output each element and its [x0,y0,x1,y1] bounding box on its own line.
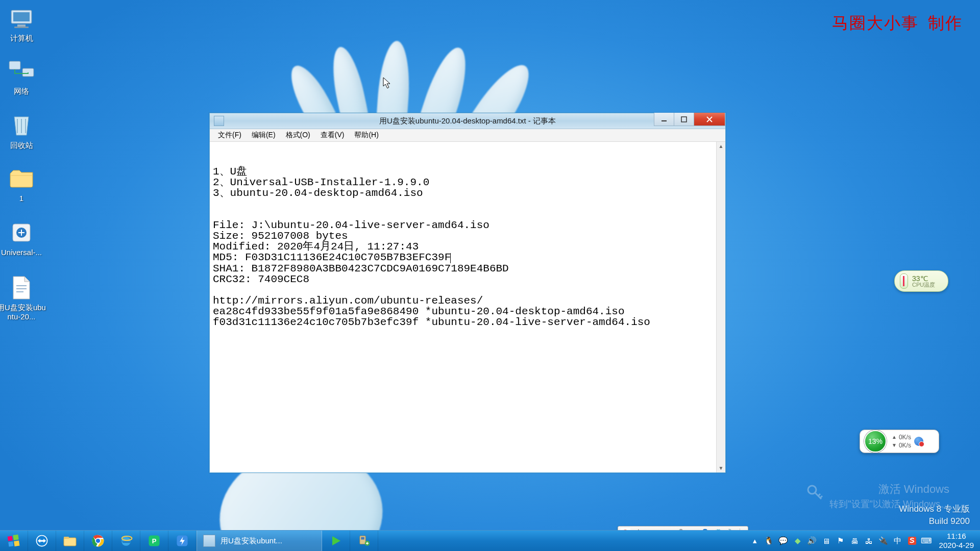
tray-ime-lang-icon[interactable]: 中 [893,536,902,545]
desktop[interactable]: 马圈大小事制作 计算机 网络 回收站 1 Universal-... [0,0,980,551]
taskbar-pin-device[interactable] [350,531,378,551]
performance-gadget[interactable]: 13% ▲0K/s ▼0K/s [860,430,939,453]
taskbar-pin-ie[interactable] [112,531,140,551]
tray-volume-icon[interactable]: 🔊 [807,536,817,545]
notepad-app-icon [214,116,224,126]
vertical-scrollbar[interactable]: ▲ ▼ [716,142,725,472]
svg-rect-3 [14,27,29,28]
task-label: 用U盘安装ubunt... [220,536,282,546]
temperature-value: 33℃ [912,275,935,282]
icon-label: 回收站 [0,141,47,150]
menu-edit[interactable]: 编辑(E) [247,130,281,141]
text-cursor [450,253,451,263]
desktop-icon-network[interactable]: 网络 [0,59,47,96]
svg-rect-17 [64,538,76,546]
svg-rect-29 [361,537,364,540]
taskbar: P 用U盘安装ubunt... ▴ 🐧 💬 ◆ 🔊 [0,530,980,551]
start-button[interactable] [0,531,28,551]
window-titlebar[interactable]: 用U盘安装ubuntu-20.04-desktop-amd64.txt - 记事… [210,113,725,129]
taskbar-clock[interactable]: 11:16 2020-4-29 [936,532,980,550]
svg-rect-12 [13,535,18,540]
download-arrow-icon: ▼ [892,442,897,449]
activate-title: 激活 Windows [829,481,949,497]
recycle-bin-icon [7,113,36,138]
menu-help[interactable]: 帮助(H) [349,130,383,141]
notepad-window[interactable]: 用U盘安装ubuntu-20.04-desktop-amd64.txt - 记事… [209,113,726,473]
taskbar-pin-teamviewer[interactable] [28,531,56,551]
tray-overflow-icon[interactable]: ▴ [750,536,760,545]
desktop-icon-txt[interactable]: 用U盘安装ubuntu-20... [0,276,47,321]
taskbar-pin-chrome[interactable] [84,531,112,551]
icon-label: Universal-... [0,248,47,257]
svg-rect-13 [8,541,13,546]
taskbar-pin-media[interactable] [322,531,350,551]
installer-icon [7,220,36,245]
os-version-watermark: Windows 8 专业版 Build 9200 [899,503,970,528]
menubar: 文件(F) 编辑(E) 格式(O) 查看(V) 帮助(H) [210,129,725,142]
taskbar-pin-thunder[interactable] [168,531,197,551]
clock-date: 2020-4-29 [939,541,974,550]
thermometer-icon [900,273,908,289]
upload-arrow-icon: ▲ [892,434,897,441]
svg-rect-4 [9,61,20,69]
tray-usb-icon[interactable]: 🔌 [879,536,888,545]
svg-rect-11 [8,536,13,541]
scroll-track[interactable] [717,151,725,464]
system-tray: ▴ 🐧 💬 ◆ 🔊 🖥 ⚑ 🖶 🖧 🔌 中 ⌨ [745,536,936,545]
svg-rect-1 [13,12,30,21]
tray-sogou-icon[interactable] [908,536,917,545]
svg-text:P: P [152,537,157,545]
cpu-temperature-gadget[interactable]: 33℃ CPU温度 [894,270,948,292]
maximize-button[interactable] [674,113,694,126]
tray-network-icon[interactable]: 🖧 [865,536,874,545]
menu-view[interactable]: 查看(V) [315,130,350,141]
memory-usage-ball[interactable]: 13% [864,430,887,453]
tray-action-flag-icon[interactable]: ⚑ [836,536,845,545]
network-speed: ▲0K/s ▼0K/s [892,433,911,449]
svg-rect-9 [681,117,687,122]
clock-time: 11:16 [939,532,974,541]
desktop-icon-recycle-bin[interactable]: 回收站 [0,113,47,150]
tray-printer-icon[interactable]: 🖶 [850,536,860,545]
menu-format[interactable]: 格式(O) [281,130,315,141]
close-button[interactable] [694,113,725,126]
folder-icon [7,166,36,191]
tray-chat-icon[interactable]: 💬 [779,536,788,545]
icon-label: 用U盘安装ubuntu-20... [0,303,47,321]
tray-security-icon[interactable]: ◆ [793,536,802,545]
gadget-settings-icon[interactable] [914,437,923,446]
network-icon [7,59,36,84]
computer-icon [7,6,36,31]
scroll-up-button[interactable]: ▲ [717,142,725,151]
window-title: 用U盘安装ubuntu-20.04-desktop-amd64.txt - 记事… [210,116,725,126]
desktop-icon-universal-usb[interactable]: Universal-... [0,220,47,257]
notepad-textarea[interactable]: 1、U盘 2、Universal-USB-Installer-1.9.9.0 3… [210,142,716,472]
icon-label: 网络 [0,87,47,96]
tray-display-icon[interactable]: 🖥 [822,536,831,545]
temperature-label: CPU温度 [912,282,935,288]
svg-rect-18 [64,537,69,539]
svg-rect-14 [14,541,19,546]
tray-keyboard-icon[interactable]: ⌨ [922,536,931,545]
taskbar-pin-explorer[interactable] [56,531,84,551]
tray-qq-icon[interactable]: 🐧 [765,536,774,545]
notepad-task-icon [203,535,215,547]
desktop-icon-folder[interactable]: 1 [0,166,47,203]
taskbar-pin-pp[interactable]: P [140,531,168,551]
video-watermark: 马圈大小事制作 [832,12,963,35]
scroll-down-button[interactable]: ▼ [717,464,725,472]
taskbar-task-notepad[interactable]: 用U盘安装ubunt... [197,531,322,551]
icon-label: 计算机 [0,34,47,43]
key-icon [806,484,824,502]
svg-marker-27 [332,536,340,545]
start-icon [7,534,21,548]
text-file-icon [7,276,36,300]
desktop-icon-computer[interactable]: 计算机 [0,6,47,43]
menu-file[interactable]: 文件(F) [213,130,247,141]
icon-label: 1 [0,194,47,203]
minimize-button[interactable] [654,113,674,126]
svg-rect-2 [17,24,26,27]
svg-rect-8 [662,120,667,121]
